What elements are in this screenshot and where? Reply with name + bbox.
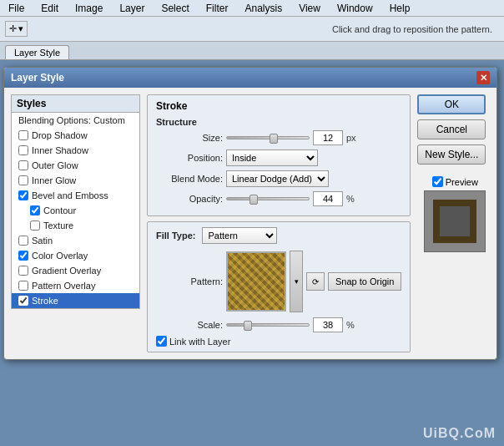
stroke-section: Stroke Structure Size: px Position: (147, 94, 411, 216)
gradient-overlay-item[interactable]: Gradient Overlay (12, 263, 139, 278)
satin-checkbox[interactable] (18, 236, 28, 246)
color-overlay-item[interactable]: Color Overlay (12, 248, 139, 263)
opacity-unit: % (346, 194, 355, 204)
structure-title: Structure (156, 117, 401, 127)
opacity-input[interactable] (313, 191, 343, 206)
toolbar: ✛ ▾ Click and drag to reposition the pat… (0, 17, 504, 42)
texture-item[interactable]: Texture (12, 218, 139, 233)
gradient-overlay-checkbox[interactable] (18, 266, 28, 276)
drop-shadow-checkbox[interactable] (18, 130, 28, 140)
inner-shadow-checkbox[interactable] (18, 145, 28, 155)
menu-image[interactable]: Image (70, 3, 108, 14)
drop-shadow-label: Drop Shadow (32, 130, 88, 140)
texture-checkbox[interactable] (30, 220, 40, 231)
opacity-slider-thumb[interactable] (249, 195, 258, 205)
menu-window[interactable]: Window (332, 3, 378, 14)
menu-bar: File Edit Image Layer Select Filter Anal… (0, 0, 504, 17)
color-overlay-checkbox[interactable] (18, 251, 28, 261)
pattern-row: Pattern: ▾ ⟳ Snap to Origin (156, 251, 401, 312)
texture-label: Texture (43, 220, 73, 231)
dialog-close-button[interactable]: ✕ (476, 71, 490, 84)
menu-analysis[interactable]: Analysis (239, 3, 287, 14)
scale-slider-thumb[interactable] (244, 321, 252, 331)
size-unit: px (346, 133, 356, 143)
preview-checkbox[interactable] (432, 176, 443, 187)
fill-type-select[interactable]: Solid Color Gradient Pattern (202, 227, 277, 244)
dialog-title-bar: Layer Style ✕ (4, 68, 496, 88)
scale-slider[interactable] (226, 323, 310, 327)
stroke-label: Stroke (32, 296, 58, 306)
bevel-emboss-checkbox[interactable] (18, 190, 28, 200)
drop-shadow-item[interactable]: Drop Shadow (12, 128, 139, 143)
contour-checkbox[interactable] (30, 205, 40, 215)
blending-options-item[interactable]: Blending Options: Custom (12, 113, 139, 128)
pattern-dropdown-button[interactable]: ▾ (290, 251, 303, 312)
inner-shadow-item[interactable]: Inner Shadow (12, 143, 139, 158)
link-with-layer-text: Link with Layer (169, 337, 230, 347)
controls-panel: Stroke Structure Size: px Position: (147, 94, 411, 352)
outer-glow-checkbox[interactable] (18, 160, 28, 170)
contour-label: Contour (43, 205, 76, 215)
size-slider[interactable] (226, 136, 310, 139)
ok-button[interactable]: OK (417, 94, 486, 114)
scale-input[interactable] (313, 317, 343, 332)
opacity-slider[interactable] (226, 197, 310, 200)
move-tool[interactable]: ✛ ▾ (5, 21, 28, 37)
scale-label: Scale: (156, 320, 223, 330)
blend-mode-label: Blend Mode: (156, 174, 223, 184)
pattern-overlay-label: Pattern Overlay (32, 281, 95, 291)
layer-style-dialog: Layer Style ✕ Styles Blending Options: C… (3, 67, 497, 360)
pattern-overlay-checkbox[interactable] (18, 281, 28, 291)
pattern-label: Pattern: (156, 276, 223, 286)
link-with-layer-checkbox[interactable] (156, 336, 167, 347)
menu-filter[interactable]: Filter (201, 3, 234, 14)
menu-help[interactable]: Help (385, 3, 416, 14)
scale-row: Scale: % (156, 317, 401, 332)
contour-item[interactable]: Contour (12, 203, 139, 218)
styles-header: Styles (11, 94, 140, 112)
position-select[interactable]: Inside Outside Center (226, 150, 318, 166)
preview-checkbox-label[interactable]: Preview (432, 176, 478, 187)
inner-glow-item[interactable]: Inner Glow (12, 173, 139, 188)
move-arrow: ▾ (18, 23, 23, 34)
pattern-overlay-item[interactable]: Pattern Overlay (12, 278, 139, 293)
menu-select[interactable]: Select (156, 3, 194, 14)
link-with-layer-label[interactable]: Link with Layer (156, 336, 230, 347)
fill-type-section: Fill Type: Solid Color Gradient Pattern … (147, 221, 411, 352)
menu-layer[interactable]: Layer (114, 3, 149, 14)
cancel-button[interactable]: Cancel (417, 119, 486, 139)
styles-panel: Styles Blending Options: Custom Drop Sha… (11, 94, 140, 352)
size-label: Size: (156, 133, 223, 143)
inner-glow-label: Inner Glow (32, 175, 76, 185)
opacity-label: Opacity: (156, 194, 223, 204)
blend-mode-select[interactable]: Normal Multiply Screen Linear Dodge (Add… (226, 170, 329, 187)
stroke-checkbox[interactable] (18, 296, 28, 306)
snap-to-origin-button[interactable]: Snap to Origin (328, 272, 401, 291)
menu-edit[interactable]: Edit (36, 3, 63, 14)
dialog-title: Layer Style (11, 72, 64, 84)
preview-area: Preview (417, 176, 492, 252)
gradient-overlay-label: Gradient Overlay (32, 266, 101, 276)
new-style-button[interactable]: New Style... (417, 144, 486, 165)
blending-options-label: Blending Options: Custom (18, 115, 125, 125)
satin-item[interactable]: Satin (12, 233, 139, 248)
toolbar-hint: Click and drag to reposition the pattern… (332, 24, 499, 34)
stroke-title: Stroke (156, 100, 401, 112)
layer-style-tab[interactable]: Layer Style (5, 45, 69, 59)
position-row: Position: Inside Outside Center (156, 150, 401, 166)
stroke-item[interactable]: Stroke (12, 293, 139, 308)
bevel-emboss-label: Bevel and Emboss (32, 190, 108, 200)
size-slider-thumb[interactable] (270, 134, 278, 144)
outer-glow-item[interactable]: Outer Glow (12, 158, 139, 173)
main-area: Layer Style ✕ Styles Blending Options: C… (0, 60, 504, 446)
size-row: Size: px (156, 130, 401, 145)
menu-file[interactable]: File (3, 3, 29, 14)
menu-view[interactable]: View (294, 3, 325, 14)
preview-inner (433, 200, 476, 243)
inner-glow-checkbox[interactable] (18, 175, 28, 185)
size-input[interactable] (313, 130, 343, 145)
snap-icon-button[interactable]: ⟳ (306, 272, 325, 291)
inner-shadow-label: Inner Shadow (32, 145, 88, 155)
bevel-emboss-item[interactable]: Bevel and Emboss (12, 188, 139, 203)
position-label: Position: (156, 153, 223, 163)
